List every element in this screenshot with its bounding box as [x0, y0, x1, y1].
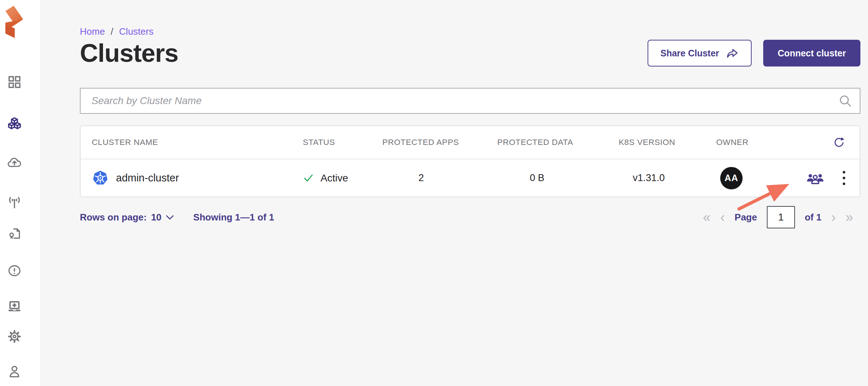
sidebar-item-dashboard[interactable] [6, 74, 23, 90]
column-header-k8s-version: K8S VERSION [619, 138, 716, 147]
sidebar-item-broadcast[interactable] [6, 194, 23, 210]
showing-range-text: Showing 1—1 of 1 [193, 212, 274, 223]
last-page-button[interactable]: » [846, 210, 853, 224]
breadcrumb-separator: / [111, 26, 113, 37]
rows-per-page-label: Rows on page: [80, 212, 147, 223]
table-row[interactable]: admin-cluster Active 2 0 B v1.31.0 AA [81, 159, 860, 197]
cluster-name: admin-cluster [116, 172, 179, 184]
connect-cluster-button[interactable]: Connect cluster [763, 40, 860, 67]
rows-per-page-value: 10 [151, 212, 162, 223]
connect-cluster-label: Connect cluster [778, 48, 846, 59]
next-page-button[interactable]: › [831, 210, 836, 224]
prev-page-button[interactable]: ‹ [720, 210, 725, 224]
sidebar-item-install[interactable] [6, 298, 23, 315]
laptop-plus-icon [7, 299, 22, 314]
page-title: Clusters [80, 39, 178, 68]
sidebar-item-cloud-backup[interactable] [6, 155, 23, 171]
search-icon [838, 94, 852, 108]
column-header-status: STATUS [303, 138, 382, 147]
user-icon [7, 364, 22, 379]
sidebar [0, 0, 41, 386]
chevron-down-icon [166, 215, 174, 220]
share-cluster-button[interactable]: Share Cluster [648, 40, 752, 67]
app-window: Home / Clusters Clusters Share Cluster C… [0, 0, 868, 386]
sidebar-item-clusters[interactable] [6, 116, 23, 132]
rows-per-page-select[interactable]: Rows on page: 10 [80, 212, 174, 223]
header-actions: Share Cluster Connect cluster [648, 40, 861, 67]
breadcrumb: Home / Clusters [80, 26, 860, 37]
protected-data-value: 0 B [497, 172, 619, 184]
alert-circle-icon [7, 263, 22, 278]
first-page-button[interactable]: « [703, 210, 710, 224]
table-header-row: CLUSTER NAME STATUS PROTECTED APPS PROTE… [81, 126, 860, 159]
page-number-input[interactable] [767, 206, 795, 228]
portworx-logo-icon[interactable] [5, 6, 23, 38]
search-bar [80, 88, 860, 114]
antenna-icon [7, 194, 22, 210]
certificate-file-icon [7, 226, 22, 241]
sidebar-item-licenses[interactable] [6, 226, 23, 242]
check-icon [303, 172, 314, 184]
k8s-version-value: v1.31.0 [619, 172, 716, 184]
sidebar-item-profile[interactable] [6, 363, 23, 380]
column-header-owner: OWNER [716, 138, 781, 147]
column-header-protected-apps: PROTECTED APPS [382, 138, 497, 147]
column-header-protected-data: PROTECTED DATA [497, 138, 619, 147]
share-arrow-icon [726, 47, 739, 60]
share-cluster-label: Share Cluster [661, 48, 719, 59]
page-label: Page [735, 212, 757, 223]
refresh-icon[interactable] [833, 136, 846, 149]
breadcrumb-home-link[interactable]: Home [80, 26, 105, 37]
gear-icon [7, 329, 22, 344]
column-header-cluster-name: CLUSTER NAME [92, 138, 303, 147]
status-text: Active [321, 172, 348, 184]
grid-icon [7, 74, 22, 90]
search-input[interactable] [80, 88, 860, 114]
protected-apps-value: 2 [382, 172, 497, 184]
pagination-bar: Rows on page: 10 Showing 1—1 of 1 « ‹ Pa… [80, 206, 860, 228]
cubes-icon [7, 116, 22, 132]
cloud-upload-icon [7, 155, 22, 171]
breadcrumb-clusters-link[interactable]: Clusters [119, 26, 154, 37]
sidebar-item-settings[interactable] [6, 328, 23, 345]
sidebar-item-alerts[interactable] [6, 262, 23, 279]
owner-avatar: AA [720, 167, 743, 189]
group-users-icon[interactable] [806, 169, 825, 188]
kebab-menu-icon[interactable] [841, 169, 846, 188]
clusters-table: CLUSTER NAME STATUS PROTECTED APPS PROTE… [80, 125, 860, 197]
kubernetes-icon [92, 170, 109, 186]
page-of-label: of 1 [805, 212, 821, 223]
main-content: Home / Clusters Clusters Share Cluster C… [41, 0, 868, 386]
